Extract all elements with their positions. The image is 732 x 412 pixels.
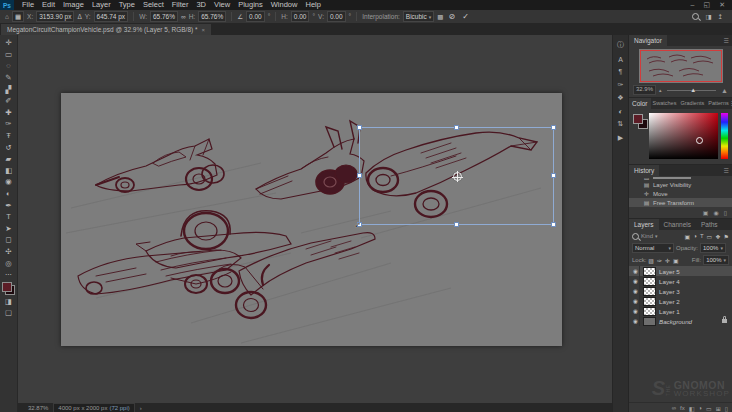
toolbar-color-swatches[interactable] xyxy=(2,282,15,295)
layer-row[interactable]: ◉ Layer 1 xyxy=(629,306,732,316)
navigator-zoom-slider[interactable]: ▲ xyxy=(665,86,719,94)
properties-panel-icon[interactable]: ⇅ xyxy=(618,120,624,128)
filter-pixel-layers-icon[interactable]: ▣ xyxy=(685,233,691,240)
share-icon[interactable]: ↥ xyxy=(718,13,723,21)
layer-thumbnail[interactable] xyxy=(643,307,656,316)
blur-tool[interactable]: ◉ xyxy=(1,176,16,188)
menu-item[interactable]: Window xyxy=(267,0,302,10)
menu-item[interactable]: Edit xyxy=(38,0,59,10)
screen-mode-icon[interactable]: ▢ xyxy=(1,307,16,319)
menu-item[interactable]: Image xyxy=(59,0,88,10)
visibility-eye-icon[interactable]: ◉ xyxy=(632,266,640,276)
layer-row[interactable]: ◉ Layer 3 xyxy=(629,286,732,296)
layer-name[interactable]: Layer 3 xyxy=(659,288,680,295)
tab-history[interactable]: History xyxy=(629,165,659,176)
clone-source-panel-icon[interactable]: ❖ xyxy=(617,94,623,102)
layer-row[interactable]: ◉ Layer 2 xyxy=(629,296,732,306)
navigator-view-box[interactable] xyxy=(640,50,722,82)
navigator-thumbnail[interactable] xyxy=(639,49,723,83)
minimize-icon[interactable]: – xyxy=(691,1,695,9)
free-transform-bounding-box[interactable] xyxy=(359,127,554,225)
tab-swatches[interactable]: Swatches xyxy=(651,98,679,109)
shape-tool[interactable]: ◻ xyxy=(1,234,16,246)
saturation-brightness-field[interactable] xyxy=(649,113,718,159)
width-input[interactable]: 65.76% xyxy=(150,11,178,22)
tab-color[interactable]: Color xyxy=(629,98,651,109)
lock-paint-icon[interactable]: ✑ xyxy=(657,257,662,264)
info-panel-icon[interactable]: ⓘ xyxy=(617,40,624,50)
visibility-eye-icon[interactable]: ◉ xyxy=(632,316,640,326)
transform-handle-nw[interactable] xyxy=(357,125,362,130)
new-layer-icon[interactable]: ⊞ xyxy=(716,405,721,412)
brush-tool[interactable]: ✑ xyxy=(1,118,16,130)
actions-panel-icon[interactable]: ▶ xyxy=(618,134,623,142)
quick-selection-tool[interactable]: ✎ xyxy=(1,72,16,84)
layer-thumbnail[interactable] xyxy=(643,267,656,276)
panel-menu-icon[interactable]: ☰ xyxy=(724,37,732,44)
tab-channels[interactable]: Channels xyxy=(659,219,696,230)
visibility-eye-icon[interactable]: ◉ xyxy=(632,286,640,296)
tab-gradients[interactable]: Gradients xyxy=(678,98,706,109)
blend-mode-select[interactable]: Normal ▾ xyxy=(632,243,674,253)
layer-row[interactable]: ◉ Layer 5 xyxy=(629,266,732,276)
brush-settings-panel-icon[interactable]: ✑ xyxy=(618,81,624,89)
reference-point-locator[interactable]: ▦ xyxy=(12,11,24,22)
lasso-tool[interactable]: ◌ xyxy=(1,60,16,72)
h-skew-input[interactable]: 0.00 xyxy=(291,11,310,22)
transform-handle-ne[interactable] xyxy=(551,125,556,130)
type-tool[interactable]: T xyxy=(1,211,16,223)
zoom-in-icon[interactable]: ▲ xyxy=(721,87,728,94)
filter-type-layers-icon[interactable]: T xyxy=(700,233,704,239)
lock-all-icon[interactable]: ▣ xyxy=(673,257,679,264)
layer-row-background[interactable]: ◉ Background xyxy=(629,316,732,326)
menu-item[interactable]: Select xyxy=(139,0,168,10)
menu-item[interactable]: Filter xyxy=(168,0,193,10)
interpolation-select[interactable]: Bicubic ▾ xyxy=(403,11,434,22)
paragraph-panel-icon[interactable]: ¶ xyxy=(619,68,623,75)
eyedropper-tool[interactable]: ✐ xyxy=(1,95,16,107)
x-input[interactable]: 3153.90 px xyxy=(36,11,74,22)
v-skew-input[interactable]: 0.00 xyxy=(327,11,346,22)
home-icon[interactable]: ⌂ xyxy=(5,13,9,20)
delete-state-icon[interactable]: ▯ xyxy=(724,209,727,216)
filter-adjustment-layers-icon[interactable]: ◑ xyxy=(693,233,697,239)
layer-thumbnail[interactable] xyxy=(643,287,656,296)
zoom-out-icon[interactable]: ▴ xyxy=(659,87,662,93)
navigator-zoom-input[interactable]: 32.9% xyxy=(633,85,656,95)
tab-paths[interactable]: Paths xyxy=(696,219,723,230)
lock-transparency-icon[interactable]: ▨ xyxy=(648,257,654,264)
quick-mask-icon[interactable]: ◨ xyxy=(1,295,16,307)
layer-name[interactable]: Layer 1 xyxy=(659,308,680,315)
crop-tool[interactable]: ▞ xyxy=(1,83,16,95)
tab-close-icon[interactable]: × xyxy=(202,27,206,33)
warp-mode-toggle-icon[interactable]: ▩ xyxy=(437,13,443,21)
new-group-icon[interactable]: ▭ xyxy=(706,405,712,412)
menu-item[interactable]: Type xyxy=(115,0,139,10)
rotate-input[interactable]: 0.00 xyxy=(246,11,265,22)
add-layer-mask-icon[interactable]: ◧ xyxy=(689,405,695,412)
layer-thumbnail[interactable] xyxy=(643,317,656,326)
status-arrow-icon[interactable]: › xyxy=(140,405,142,411)
menu-item[interactable]: Layer xyxy=(88,0,115,10)
menu-item[interactable]: Plugins xyxy=(234,0,267,10)
filter-kind-select[interactable]: Kind xyxy=(641,233,653,239)
menu-item[interactable]: Help xyxy=(301,0,324,10)
dodge-tool[interactable]: ◐ xyxy=(1,188,16,200)
new-doc-from-state-icon[interactable]: ▣ xyxy=(703,209,709,216)
height-input[interactable]: 65.76% xyxy=(198,11,226,22)
restore-icon[interactable]: ◱ xyxy=(704,1,711,9)
transform-handle-n[interactable] xyxy=(454,125,459,130)
transform-handle-w[interactable] xyxy=(357,173,362,178)
link-layers-icon[interactable]: ∞ xyxy=(672,405,676,411)
menu-item[interactable]: 3D xyxy=(192,0,210,10)
transform-reference-point[interactable] xyxy=(453,172,462,181)
path-selection-tool[interactable]: ➤ xyxy=(1,223,16,235)
fill-input[interactable]: 100% ▾ xyxy=(703,255,729,265)
pen-tool[interactable]: ✒ xyxy=(1,199,16,211)
tab-patterns[interactable]: Patterns xyxy=(706,98,730,109)
foreground-color-swatch[interactable] xyxy=(633,114,643,124)
lock-move-icon[interactable]: ✛ xyxy=(665,257,670,264)
filter-smart-objects-icon[interactable]: ❖ xyxy=(715,233,720,240)
visibility-eye-icon[interactable]: ◉ xyxy=(632,306,640,316)
edit-toolbar-icon[interactable]: ⋯ xyxy=(1,269,16,281)
